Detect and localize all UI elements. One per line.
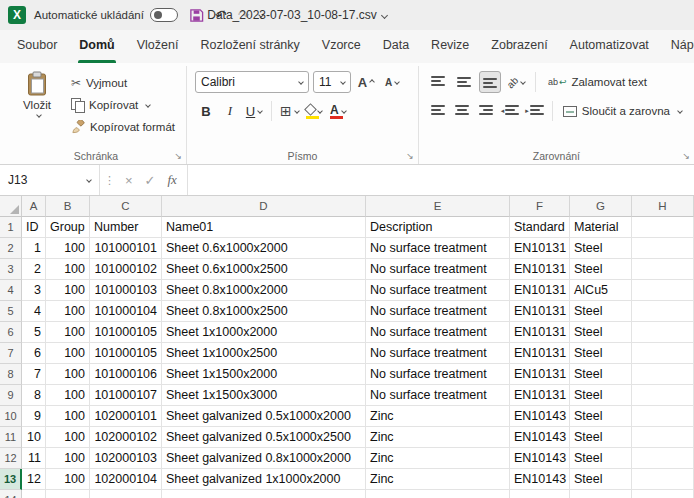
cell-C7[interactable]: 101000105 [90, 343, 162, 364]
cell-G14[interactable] [570, 490, 632, 498]
cell-H1[interactable] [632, 217, 694, 238]
tab-soubor[interactable]: Soubor [6, 30, 68, 63]
cell-H8[interactable] [632, 364, 694, 385]
cell-E9[interactable]: No surface treatment [366, 385, 510, 406]
borders-button[interactable]: ⊞ [278, 100, 301, 122]
cell-D2[interactable]: Sheet 0.6x1000x2000 [162, 238, 366, 259]
cell-C3[interactable]: 101000102 [90, 259, 162, 280]
cell-H13[interactable] [632, 469, 694, 490]
cell-A10[interactable]: 9 [22, 406, 46, 427]
cell-B13[interactable]: 100 [46, 469, 90, 490]
cell-A11[interactable]: 10 [22, 427, 46, 448]
cell-B7[interactable]: 100 [46, 343, 90, 364]
cell-B8[interactable]: 100 [46, 364, 90, 385]
increase-font-button[interactable]: A [355, 71, 377, 93]
cell-E5[interactable]: No surface treatment [366, 301, 510, 322]
cell-F5[interactable]: EN10131 [510, 301, 570, 322]
tab-napoveda[interactable]: Nápověda [660, 30, 694, 63]
cell-C13[interactable]: 102000104 [90, 469, 162, 490]
align-right-button[interactable] [475, 100, 497, 122]
decrease-font-button[interactable]: A [381, 71, 403, 93]
excel-logo-icon[interactable]: X [8, 6, 26, 24]
quick-access-caret-icon[interactable] [259, 12, 265, 18]
cell-B6[interactable]: 100 [46, 322, 90, 343]
autosave-toggle[interactable] [150, 8, 178, 22]
row-header-5[interactable]: 5 [0, 301, 22, 322]
cell-E6[interactable]: No surface treatment [366, 322, 510, 343]
cell-E8[interactable]: No surface treatment [366, 364, 510, 385]
column-header-H[interactable]: H [632, 196, 694, 217]
cell-A7[interactable]: 6 [22, 343, 46, 364]
cell-H12[interactable] [632, 448, 694, 469]
cell-B2[interactable]: 100 [46, 238, 90, 259]
orientation-button[interactable]: ab [505, 71, 527, 93]
cell-E4[interactable]: No surface treatment [366, 280, 510, 301]
cell-A8[interactable]: 7 [22, 364, 46, 385]
cell-E7[interactable]: No surface treatment [366, 343, 510, 364]
cell-B1[interactable]: Group [46, 217, 90, 238]
cell-H11[interactable] [632, 427, 694, 448]
enter-icon[interactable]: ✓ [139, 165, 162, 195]
row-header-11[interactable]: 11 [0, 427, 22, 448]
cell-F1[interactable]: Standard [510, 217, 570, 238]
redo-icon[interactable]: ↷ [238, 7, 250, 23]
fill-color-button[interactable] [303, 100, 325, 122]
cell-D4[interactable]: Sheet 0.8x1000x2000 [162, 280, 366, 301]
cell-G10[interactable]: Steel [570, 406, 632, 427]
cell-A5[interactable]: 4 [22, 301, 46, 322]
cell-A6[interactable]: 5 [22, 322, 46, 343]
cell-D1[interactable]: Name01 [162, 217, 366, 238]
cell-B9[interactable]: 100 [46, 385, 90, 406]
paste-button[interactable]: Vložit [14, 68, 60, 137]
row-header-6[interactable]: 6 [0, 322, 22, 343]
cell-H14[interactable] [632, 490, 694, 498]
align-top-button[interactable] [427, 71, 449, 93]
cell-F6[interactable]: EN10131 [510, 322, 570, 343]
cell-B10[interactable]: 100 [46, 406, 90, 427]
save-icon[interactable] [189, 8, 204, 23]
cell-E14[interactable] [366, 490, 510, 498]
row-header-10[interactable]: 10 [0, 406, 22, 427]
cell-H9[interactable] [632, 385, 694, 406]
cell-D7[interactable]: Sheet 1x1000x2500 [162, 343, 366, 364]
cell-C6[interactable]: 101000105 [90, 322, 162, 343]
column-header-G[interactable]: G [570, 196, 632, 217]
cell-H7[interactable] [632, 343, 694, 364]
align-center-button[interactable] [451, 100, 473, 122]
column-header-D[interactable]: D [162, 196, 366, 217]
row-header-3[interactable]: 3 [0, 259, 22, 280]
select-all-corner[interactable] [0, 196, 22, 217]
row-header-2[interactable]: 2 [0, 238, 22, 259]
cell-C11[interactable]: 102000102 [90, 427, 162, 448]
cell-B12[interactable]: 100 [46, 448, 90, 469]
cell-G13[interactable]: Steel [570, 469, 632, 490]
name-box[interactable]: J13 [0, 165, 100, 195]
cell-E13[interactable]: Zinc [366, 469, 510, 490]
font-size-combo[interactable]: 11 [313, 71, 351, 93]
row-header-12[interactable]: 12 [0, 448, 22, 469]
font-dialog-launcher-icon[interactable]: ↘ [406, 152, 414, 161]
cell-F13[interactable]: EN10143 [510, 469, 570, 490]
align-left-button[interactable] [427, 100, 449, 122]
cell-A9[interactable]: 8 [22, 385, 46, 406]
clipboard-dialog-launcher-icon[interactable]: ↘ [174, 152, 182, 161]
alignment-dialog-launcher-icon[interactable]: ↘ [682, 152, 690, 161]
cell-G7[interactable]: Steel [570, 343, 632, 364]
bold-button[interactable]: B [195, 100, 217, 122]
cell-D9[interactable]: Sheet 1x1500x3000 [162, 385, 366, 406]
underline-button[interactable]: U [243, 100, 265, 122]
tab-zobrazeni[interactable]: Zobrazení [480, 30, 558, 63]
column-header-E[interactable]: E [366, 196, 510, 217]
cell-G3[interactable]: Steel [570, 259, 632, 280]
cell-F9[interactable]: EN10131 [510, 385, 570, 406]
formula-input[interactable] [188, 165, 694, 195]
tab-data[interactable]: Data [372, 30, 420, 63]
cell-A12[interactable]: 11 [22, 448, 46, 469]
row-header-13[interactable]: 13 [0, 469, 22, 490]
formula-bar-handle[interactable]: ⋮ [100, 165, 119, 195]
column-header-A[interactable]: A [22, 196, 46, 217]
row-header-14[interactable]: 14 [0, 490, 22, 498]
cell-D14[interactable] [162, 490, 366, 498]
cell-H5[interactable] [632, 301, 694, 322]
wrap-text-button[interactable]: ab↩ Zalamovat text [544, 71, 651, 93]
